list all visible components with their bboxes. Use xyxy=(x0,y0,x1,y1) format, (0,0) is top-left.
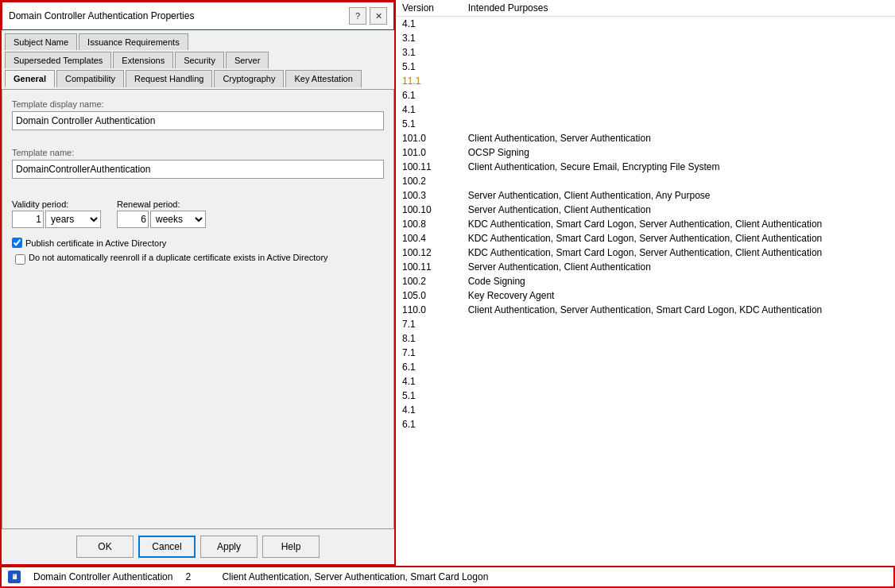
validity-number-input[interactable] xyxy=(12,211,44,228)
table-row: 100.8KDC Authentication, Smart Card Logo… xyxy=(396,217,895,231)
validity-unit-select[interactable]: years months weeks days xyxy=(45,211,101,228)
purposes-cell xyxy=(462,317,895,331)
table-row: 3.1 xyxy=(396,31,895,45)
dialog-tabs-area: Subject Name Issuance Requirements Super… xyxy=(2,30,394,89)
renewal-input-row: weeks days months xyxy=(117,211,206,228)
help-titlebar-button[interactable]: ? xyxy=(349,7,366,25)
version-cell: 7.1 xyxy=(396,346,462,360)
purposes-cell: Client Authentication, Server Authentica… xyxy=(462,303,895,317)
version-cell: 5.1 xyxy=(396,389,462,403)
renewal-unit-select[interactable]: weeks days months xyxy=(150,211,206,228)
tab-subject-name[interactable]: Subject Name xyxy=(5,33,77,50)
no-auto-reenroll-checkbox[interactable] xyxy=(15,254,25,265)
no-auto-reenroll-label: Do not automatically reenroll if a dupli… xyxy=(29,253,328,262)
status-icon-label: 🖥 xyxy=(11,573,18,581)
dialog-footer: OK Cancel Apply Help xyxy=(2,529,394,564)
purposes-cell xyxy=(462,360,895,374)
tab-request-handling[interactable]: Request Handling xyxy=(126,70,212,87)
tab-compatibility[interactable]: Compatibility xyxy=(56,70,124,87)
help-button[interactable]: Help xyxy=(262,536,320,558)
template-display-name-input[interactable] xyxy=(12,111,384,130)
purposes-cell: Server Authentication, Client Authentica… xyxy=(462,203,895,217)
table-row: 3.1 xyxy=(396,45,895,60)
dialog-panel: Domain Controller Authentication Propert… xyxy=(0,0,396,566)
right-panel: Version Intended Purposes 4.13.13.15.111… xyxy=(396,0,895,566)
version-cell: 5.1 xyxy=(396,60,462,74)
table-row: 8.1 xyxy=(396,331,895,346)
table-row: 101.0OCSP Signing xyxy=(396,145,895,160)
version-cell: 101.0 xyxy=(396,145,462,160)
close-titlebar-button[interactable]: ✕ xyxy=(370,7,387,25)
renewal-number-input[interactable] xyxy=(117,211,149,228)
purposes-cell xyxy=(462,389,895,403)
version-cell: 7.1 xyxy=(396,317,462,331)
purposes-cell xyxy=(462,103,895,117)
table-row: 6.1 xyxy=(396,417,895,431)
purposes-cell: Server Authentication, Client Authentica… xyxy=(462,260,895,274)
table-row: 100.2 xyxy=(396,174,895,188)
version-cell: 100.2 xyxy=(396,274,462,288)
table-row: 100.10Server Authentication, Client Auth… xyxy=(396,203,895,217)
tab-key-attestation[interactable]: Key Attestation xyxy=(285,70,361,87)
version-cell: 100.8 xyxy=(396,217,462,231)
purposes-cell xyxy=(462,31,895,45)
right-table[interactable]: Version Intended Purposes 4.13.13.15.111… xyxy=(396,0,895,566)
table-row: 100.3Server Authentication, Client Authe… xyxy=(396,188,895,203)
tab-extensions[interactable]: Extensions xyxy=(113,52,173,68)
table-row: 5.1 xyxy=(396,60,895,74)
purposes-cell xyxy=(462,88,895,103)
ok-button[interactable]: OK xyxy=(76,536,134,558)
main-area: Domain Controller Authentication Propert… xyxy=(0,0,895,566)
version-cell: 100.11 xyxy=(396,160,462,174)
dialog-title: Domain Controller Authentication Propert… xyxy=(9,10,194,21)
table-row: 7.1 xyxy=(396,346,895,360)
version-cell: 4.1 xyxy=(396,374,462,389)
purposes-cell xyxy=(462,417,895,431)
table-row: 100.4KDC Authentication, Smart Card Logo… xyxy=(396,231,895,246)
status-purposes: Client Authentication, Server Authentica… xyxy=(222,571,887,582)
purposes-cell xyxy=(462,403,895,417)
purposes-cell xyxy=(462,45,895,60)
purposes-cell xyxy=(462,74,895,88)
version-cell: 3.1 xyxy=(396,31,462,45)
table-row: 6.1 xyxy=(396,88,895,103)
version-cell: 100.4 xyxy=(396,231,462,246)
tab-general[interactable]: General xyxy=(5,70,55,87)
purposes-cell xyxy=(462,346,895,360)
tab-cryptography[interactable]: Cryptography xyxy=(214,70,284,87)
version-cell: 101.0 xyxy=(396,131,462,145)
version-cell: 100.12 xyxy=(396,246,462,260)
publish-cert-checkbox[interactable] xyxy=(12,238,22,248)
tab-superseded-templates[interactable]: Superseded Templates xyxy=(5,52,111,68)
apply-button[interactable]: Apply xyxy=(200,536,258,558)
purposes-cell: Code Signing xyxy=(462,274,895,288)
table-row: 4.1 xyxy=(396,374,895,389)
checkbox2-row: Do not automatically reenroll if a dupli… xyxy=(12,253,384,265)
version-cell: 8.1 xyxy=(396,331,462,346)
table-row: 5.1 xyxy=(396,389,895,403)
purposes-cell: Client Authentication, Server Authentica… xyxy=(462,131,895,145)
purposes-cell: KDC Authentication, Smart Card Logon, Se… xyxy=(462,231,895,246)
cancel-button[interactable]: Cancel xyxy=(138,536,196,558)
version-cell: 100.10 xyxy=(396,203,462,217)
status-name: Domain Controller Authentication xyxy=(33,571,172,582)
tab-issuance-requirements[interactable]: Issuance Requirements xyxy=(79,33,188,50)
table-row: 105.0Key Recovery Agent xyxy=(396,288,895,303)
tab-server[interactable]: Server xyxy=(226,52,269,68)
table-row: 4.1 xyxy=(396,103,895,117)
dialog-titlebar: Domain Controller Authentication Propert… xyxy=(2,2,394,30)
purposes-cell xyxy=(462,331,895,346)
template-display-name-group: Template display name: xyxy=(12,99,384,130)
template-name-group: Template name: xyxy=(12,148,384,179)
template-display-name-label: Template display name: xyxy=(12,99,384,109)
tab-security[interactable]: Security xyxy=(175,52,224,68)
version-cell: 6.1 xyxy=(396,360,462,374)
table-row: 4.1 xyxy=(396,17,895,32)
table-row: 6.1 xyxy=(396,360,895,374)
tabs-row-3: General Compatibility Request Handling C… xyxy=(5,70,391,87)
version-cell: 100.2 xyxy=(396,174,462,188)
purposes-cell xyxy=(462,374,895,389)
col-purposes: Intended Purposes xyxy=(462,0,895,17)
template-name-input[interactable] xyxy=(12,160,384,179)
validity-group: Validity period: years months weeks days xyxy=(12,199,101,228)
